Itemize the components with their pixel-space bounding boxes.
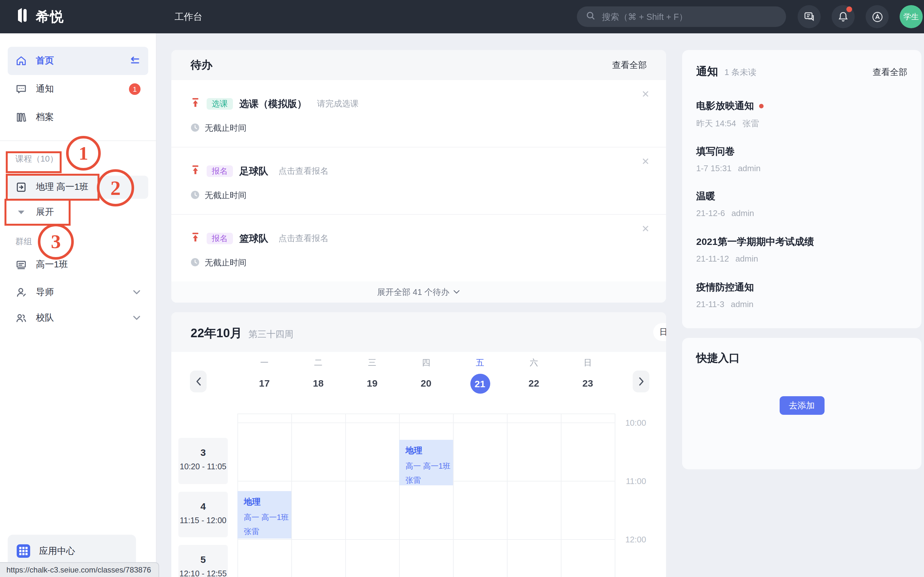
dow-label: 一: [237, 357, 291, 369]
date-label: 22: [507, 378, 561, 388]
notification-title: 2021第一学期期中考试成绩: [696, 236, 814, 248]
sidebar-item-mentor[interactable]: 导师: [8, 279, 148, 305]
todo-item-3[interactable]: 报名 篮球队 点击查看报名 ✕ 无截止时间: [171, 215, 666, 282]
notification-item-5[interactable]: 疫情防控通知 21-11-3 admin: [696, 282, 907, 316]
day-col-thu[interactable]: 四 20: [399, 357, 453, 388]
day-col-mon[interactable]: 一 17: [237, 357, 291, 388]
sidebar-item-home[interactable]: 首页: [8, 47, 148, 75]
avatar-label: 学生: [903, 11, 919, 22]
notification-item-2[interactable]: 填写问卷 1-7 15:31 admin: [696, 145, 907, 180]
sidebar-item-group-class1[interactable]: 高一1班: [8, 253, 148, 276]
search-icon: [586, 11, 596, 23]
notification-item-4[interactable]: 2021第一学期期中考试成绩 21-11-12 admin: [696, 236, 907, 271]
app-grid-icon: [17, 544, 30, 558]
day-col-sun[interactable]: 日 23: [561, 357, 615, 388]
topbar: 希悦 工作台 学生: [0, 0, 924, 33]
avatar[interactable]: 学生: [900, 5, 923, 28]
sidebar-item-team[interactable]: 校队: [8, 305, 148, 331]
period-number: 4: [178, 501, 228, 512]
sidebar-section-groups: 群组: [15, 235, 156, 248]
close-icon[interactable]: ✕: [639, 222, 652, 235]
close-icon[interactable]: ✕: [639, 155, 652, 168]
annotation-circle-1: 1: [66, 136, 101, 171]
dow-label: 四: [399, 357, 453, 369]
unread-dot-icon: [759, 104, 764, 108]
period-block-3: 3 10:20 - 11:05: [178, 438, 228, 484]
dow-label: 三: [345, 357, 399, 369]
dow-label: 五: [453, 357, 507, 369]
add-shortcut-button[interactable]: 去添加: [779, 396, 824, 415]
day-col-tue[interactable]: 二 18: [291, 357, 345, 388]
language-button[interactable]: [866, 5, 889, 28]
notification-title: 填写问卷: [696, 145, 735, 158]
annotation-number-1: 1: [79, 142, 88, 164]
todo-deadline: 无截止时间: [205, 122, 246, 134]
team-chevron-down-icon[interactable]: [133, 316, 141, 321]
brand-logo[interactable]: 希悦: [17, 0, 64, 33]
time-label-10: 10:00: [614, 418, 646, 428]
notification-item-1[interactable]: 电影放映通知 昨天 14:54 张雷: [696, 100, 907, 135]
notification-item-3[interactable]: 温暖 21-12-6 admin: [696, 190, 907, 225]
next-week-button[interactable]: [633, 371, 649, 392]
messages-button[interactable]: [798, 5, 821, 28]
grid-line: [561, 414, 561, 577]
todo-item-desc: 点击查看报名: [278, 165, 328, 177]
event-group: 高一 高一1班: [244, 512, 289, 523]
tab-workspace[interactable]: 工作台: [174, 0, 202, 33]
todo-deadline: 无截止时间: [205, 257, 246, 269]
bell-icon: [837, 11, 849, 23]
calendar-card: 22年10月 第三十四周 日 周 校历 导出 创建 一 17: [171, 312, 666, 577]
sidebar-item-mentor-label: 导师: [36, 287, 54, 298]
calendar-event-geo-thu[interactable]: 地理 高一 高一1班 张雷: [399, 440, 453, 485]
link-preview-url: https://chalk-c3.seiue.com/classes/78387…: [6, 566, 151, 574]
notification-time: 21-12-6: [696, 208, 725, 218]
collapse-sidebar-icon[interactable]: [128, 56, 141, 66]
link-preview-statusbar: https://chalk-c3.seiue.com/classes/78387…: [0, 562, 160, 577]
global-search[interactable]: [577, 6, 786, 27]
dow-label: 日: [561, 357, 615, 369]
todo-expand-all-button[interactable]: 展开全部 41 个待办: [171, 282, 666, 303]
calendar-month-label: 22年10月: [191, 325, 242, 342]
todo-tag: 选课: [207, 98, 233, 110]
clock-icon: [191, 258, 200, 268]
todo-view-all-link[interactable]: 查看全部: [612, 59, 647, 71]
date-label: 20: [399, 378, 453, 388]
notifications-button[interactable]: [832, 5, 855, 28]
shortcuts-card: 快捷入口 去添加: [682, 338, 921, 469]
translate-icon: [871, 11, 883, 23]
notification-dot: [846, 6, 852, 12]
brand-logo-icon: [17, 7, 31, 26]
calendar-event-geo-mon[interactable]: 地理 高一 高一1班 张雷: [237, 491, 291, 538]
todo-item-2[interactable]: 报名 足球队 点击查看报名 ✕ 无截止时间: [171, 147, 666, 215]
event-subject: 地理: [405, 445, 451, 456]
sidebar-item-archive[interactable]: 档案: [8, 105, 148, 130]
todo-item-title: 选课（模拟版）: [239, 98, 307, 110]
clock-icon: [191, 123, 200, 134]
day-col-sat[interactable]: 六 22: [507, 357, 561, 388]
date-label: 19: [345, 378, 399, 388]
annotation-box-course-item: [6, 174, 99, 201]
day-col-wed[interactable]: 三 19: [345, 357, 399, 388]
event-subject: 地理: [244, 496, 289, 508]
grid-line: [507, 414, 507, 577]
mentor-chevron-down-icon[interactable]: [133, 290, 141, 295]
todo-tag: 报名: [207, 165, 233, 177]
notifications-view-all-link[interactable]: 查看全部: [873, 67, 907, 78]
shortcuts-title: 快捷入口: [696, 351, 740, 366]
app-root: 希悦 工作台 学生: [0, 0, 924, 577]
date-label: 23: [561, 378, 615, 388]
close-icon[interactable]: ✕: [639, 88, 652, 101]
annotation-box-expand: [5, 199, 71, 226]
sidebar-item-notice[interactable]: 通知 1: [8, 76, 148, 102]
view-day-option[interactable]: 日: [654, 324, 666, 340]
todo-item-1[interactable]: 选课 选课（模拟版） 请完成选课 ✕ 无截止时间: [171, 80, 666, 147]
notifications-unread-count: 1 条未读: [724, 67, 756, 78]
notification-author: admin: [732, 208, 754, 218]
search-input[interactable]: [601, 11, 777, 22]
todo-item-desc: 点击查看报名: [278, 233, 328, 244]
prev-week-button[interactable]: [190, 371, 207, 392]
home-icon: [15, 55, 27, 67]
day-col-fri-today[interactable]: 五 21: [453, 357, 507, 394]
calendar-day-header: 一 17 二 18 三 19 四 20 五 21 六 22: [171, 352, 666, 414]
sidebar-item-archive-label: 档案: [36, 111, 54, 123]
